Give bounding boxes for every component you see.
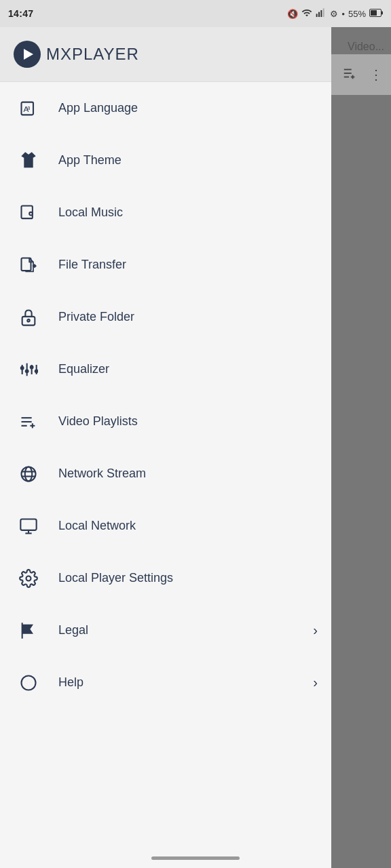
logo: MXPLAYER (14, 41, 139, 68)
sidebar-item-local-music[interactable]: Local Music (0, 186, 331, 239)
playlist-icon (14, 412, 43, 431)
svg-point-16 (24, 214, 28, 218)
svg-point-35 (22, 467, 36, 481)
status-time: 14:47 (8, 8, 33, 19)
local-player-settings-label: Local Player Settings (58, 571, 318, 585)
local-music-label: Local Music (58, 205, 318, 220)
music-icon (14, 203, 43, 222)
monitor-icon (14, 517, 43, 536)
menu-list: A a App Language App Theme (0, 82, 331, 868)
file-transfer-icon (14, 256, 43, 275)
bg-video-label: Video... (348, 41, 384, 53)
signal-icon (316, 7, 327, 20)
svg-rect-0 (316, 14, 318, 17)
navigation-drawer: MXPLAYER A a App Language (0, 27, 331, 868)
help-label: Help (58, 675, 313, 690)
svg-point-44 (22, 675, 36, 690)
svg-rect-5 (371, 10, 377, 16)
svg-rect-6 (381, 11, 383, 14)
app-theme-label: App Theme (58, 153, 318, 167)
svg-point-23 (20, 366, 24, 370)
svg-point-27 (30, 365, 34, 369)
globe-icon (14, 465, 43, 484)
sidebar-item-network-stream[interactable]: Network Stream (0, 448, 331, 500)
sidebar-item-file-transfer[interactable]: File Transfer (0, 239, 331, 291)
logo-play-button (14, 41, 41, 68)
settings-icon (14, 569, 43, 588)
lock-icon (14, 308, 43, 327)
svg-text:a: a (27, 105, 31, 111)
file-transfer-label: File Transfer (58, 258, 318, 272)
drawer-header: MXPLAYER (0, 27, 331, 81)
svg-rect-3 (323, 8, 324, 17)
sidebar-item-local-player-settings[interactable]: Local Player Settings (0, 552, 331, 604)
video-playlists-label: Video Playlists (58, 414, 318, 429)
battery-level: 55% (348, 9, 366, 19)
help-icon (14, 673, 43, 692)
help-chevron: › (313, 675, 318, 690)
playlist-add-icon (342, 66, 357, 84)
svg-point-42 (26, 576, 31, 580)
sidebar-item-help[interactable]: Help › (0, 656, 331, 709)
sidebar-item-app-language[interactable]: A a App Language (0, 82, 331, 134)
legal-chevron: › (313, 623, 318, 638)
wifi-icon (301, 7, 312, 20)
gear-icon: ⚙ (330, 9, 338, 19)
svg-point-45 (28, 686, 29, 687)
theme-icon (14, 151, 43, 170)
equalizer-label: Equalizer (58, 362, 318, 376)
logo-text: MXPLAYER (46, 45, 139, 64)
sidebar-item-video-playlists[interactable]: Video Playlists (0, 395, 331, 448)
sidebar-item-legal[interactable]: Legal › (0, 604, 331, 656)
battery-icon (369, 9, 383, 19)
sidebar-item-private-folder[interactable]: Private Folder (0, 291, 331, 343)
flag-icon (14, 621, 43, 640)
sidebar-item-equalizer[interactable]: Equalizer (0, 343, 331, 395)
app-language-label: App Language (58, 101, 318, 115)
more-vert-icon: ⋮ (369, 66, 383, 83)
sidebar-item-local-network[interactable]: Local Network (0, 500, 331, 552)
language-icon: A a (14, 99, 43, 118)
svg-point-36 (25, 467, 33, 481)
svg-rect-39 (20, 519, 36, 530)
svg-rect-2 (320, 10, 322, 17)
svg-rect-1 (318, 12, 320, 16)
equalizer-icon (14, 360, 43, 379)
home-indicator (151, 856, 240, 860)
dot-indicator: ● (341, 11, 345, 17)
network-stream-label: Network Stream (58, 467, 318, 481)
status-icons: 🔇 ⚙ ● 55% (287, 7, 383, 20)
bg-topbar: ⋮ (323, 54, 391, 95)
play-triangle (24, 49, 33, 60)
svg-point-25 (25, 369, 29, 373)
status-bar: 14:47 🔇 ⚙ ● 55% (0, 0, 391, 27)
svg-point-17 (29, 212, 33, 215)
private-folder-label: Private Folder (58, 310, 318, 324)
legal-label: Legal (58, 623, 313, 637)
svg-point-21 (27, 319, 30, 321)
svg-point-29 (35, 369, 38, 373)
local-network-label: Local Network (58, 519, 318, 533)
sidebar-item-app-theme[interactable]: App Theme (0, 134, 331, 186)
mute-icon: 🔇 (287, 9, 298, 19)
